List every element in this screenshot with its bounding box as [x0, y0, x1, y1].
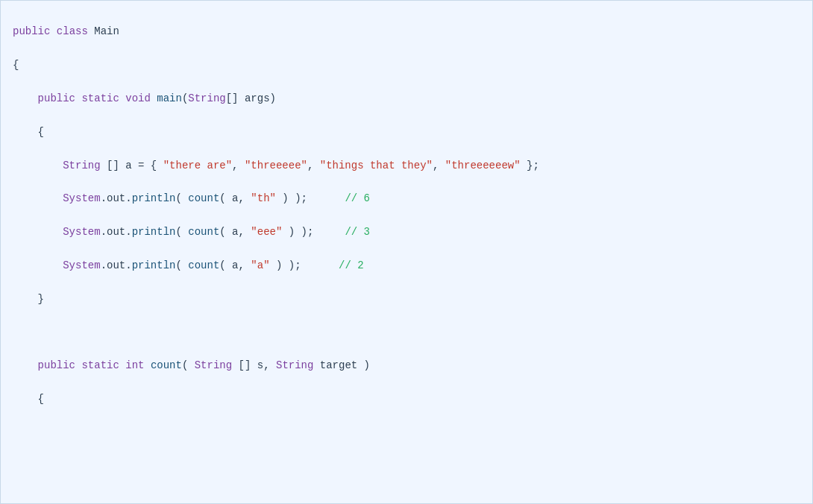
code-line-4: {	[13, 124, 800, 140]
code-line-7: System.out.println( count( a, "eee" ) );…	[13, 224, 800, 240]
code-line-14	[13, 457, 800, 473]
code-line-10	[13, 324, 800, 340]
code-line-3: public static void main(String[] args)	[13, 90, 800, 107]
code-editor[interactable]: public class Main { public static void m…	[0, 0, 813, 504]
code-line-8: System.out.println( count( a, "a" ) ); /…	[13, 257, 800, 274]
code-content: public class Main { public static void m…	[1, 1, 812, 504]
code-line-15	[13, 490, 800, 504]
code-line-9: }	[13, 291, 800, 307]
code-line-12: {	[13, 391, 800, 407]
code-line-13	[13, 423, 800, 440]
code-line-11: public static int count( String [] s, St…	[13, 357, 800, 374]
code-line-5: String [] a = { "there are", "threeeee",…	[13, 157, 800, 174]
code-line-2: {	[13, 57, 800, 73]
code-line-6: System.out.println( count( a, "th" ) ); …	[13, 190, 800, 207]
code-line-1: public class Main	[13, 23, 800, 40]
